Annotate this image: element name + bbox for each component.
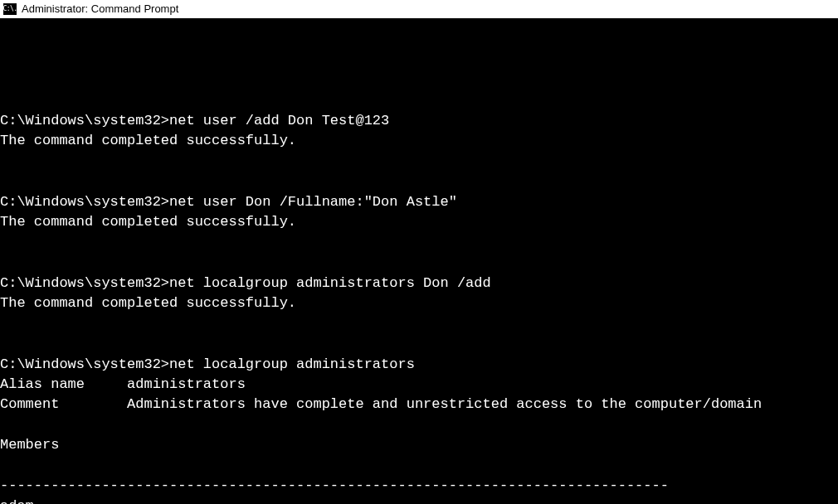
terminal-line: Members (0, 437, 59, 453)
cmd-icon: C:\. (3, 3, 17, 15)
terminal-line: C:\Windows\system32>net localgroup admin… (0, 275, 491, 291)
window-title: Administrator: Command Prompt (22, 2, 178, 15)
terminal-line: C:\Windows\system32>net user Don /Fullna… (0, 194, 457, 210)
terminal-line: Alias name administrators (0, 376, 246, 392)
terminal-line: The command completed successfully. (0, 133, 296, 148)
terminal-line: The command completed successfully. (0, 295, 296, 311)
terminal-line: The command completed successfully. (0, 214, 296, 230)
terminal-line: Comment Administrators have complete and… (0, 396, 762, 412)
titlebar[interactable]: C:\. Administrator: Command Prompt (0, 0, 838, 18)
terminal-line: C:\Windows\system32>net localgroup admin… (0, 356, 415, 372)
terminal-area[interactable]: C:\Windows\system32>net user /add Don Te… (0, 18, 838, 504)
terminal-content: C:\Windows\system32>net user /add Don Te… (0, 59, 838, 504)
terminal-line: ----------------------------------------… (0, 477, 669, 493)
terminal-line: C:\Windows\system32>net user /add Don Te… (0, 113, 389, 128)
terminal-line: adam (0, 498, 34, 504)
